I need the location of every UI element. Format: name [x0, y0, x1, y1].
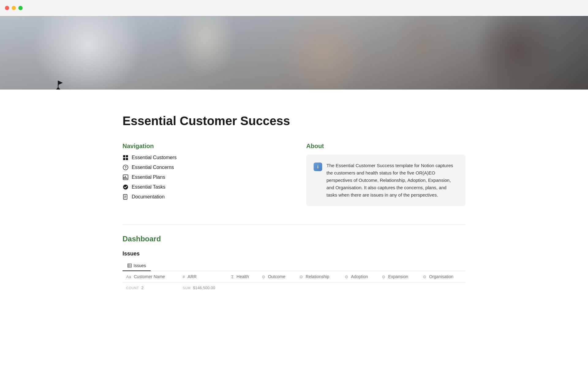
svg-text:?: ? — [125, 166, 126, 169]
navigation-section: Navigation Essential Customers — [123, 143, 282, 206]
nav-item-essential-tasks[interactable]: Essential Tasks — [123, 184, 282, 190]
logo-container — [43, 79, 74, 90]
main-content: Essential Customer Success Navigation — [80, 90, 508, 293]
minimize-button[interactable] — [12, 6, 16, 10]
issues-table: Aa Customer Name # ARR — [123, 271, 466, 293]
nav-label-documentation: Documentation — [132, 194, 165, 200]
nav-item-essential-concerns[interactable]: ? Essential Concerns — [123, 164, 282, 171]
circle-type-icon-2: ⊙ — [300, 274, 303, 279]
circle-type-icon-3: ⊙ — [345, 274, 348, 279]
col-health[interactable]: Σ Health — [228, 271, 258, 282]
circle-type-icon-4: ⊙ — [382, 274, 385, 279]
col-outcome[interactable]: ⊙ Outcome — [258, 271, 296, 282]
nav-label-essential-plans: Essential Plans — [132, 174, 165, 180]
hero-people-image — [0, 16, 588, 90]
question-icon: ? — [123, 164, 129, 171]
tab-issues[interactable]: Issues — [123, 261, 151, 271]
tab-bar: Issues — [123, 261, 466, 271]
page-title: Essential Customer Success — [123, 114, 466, 128]
check-circle-icon — [123, 184, 129, 190]
col-adoption[interactable]: ⊙ Adoption — [341, 271, 378, 282]
svg-rect-4 — [126, 155, 128, 157]
svg-marker-1 — [58, 81, 63, 85]
dashboard-section: Dashboard Issues Issues — [123, 224, 466, 293]
table-icon — [127, 263, 132, 268]
grid-icon — [123, 155, 129, 161]
col-organisation[interactable]: ⊙ Organisation — [419, 271, 466, 282]
text-type-icon: Aa — [126, 274, 131, 279]
col-arr[interactable]: # ARR — [179, 271, 228, 282]
about-section: About i The Essential Customer Success t… — [306, 143, 466, 206]
navigation-heading: Navigation — [123, 143, 282, 150]
nav-item-documentation[interactable]: Documentation — [123, 194, 282, 200]
count-value: 2 — [141, 286, 143, 290]
nav-item-essential-customers[interactable]: Essential Customers — [123, 155, 282, 161]
svg-rect-5 — [123, 158, 125, 160]
sum-type-icon: Σ — [231, 274, 234, 279]
doc-icon — [123, 194, 129, 200]
svg-rect-19 — [128, 264, 131, 267]
issues-container: Issues Issues — [123, 251, 466, 293]
circle-type-icon-5: ⊙ — [423, 274, 426, 279]
titlebar — [0, 0, 588, 16]
page-content: Essential Customer Success Navigation — [0, 16, 588, 293]
col-relationship[interactable]: ⊙ Relationship — [296, 271, 341, 282]
col-expansion[interactable]: ⊙ Expansion — [378, 271, 419, 282]
issues-title: Issues — [123, 251, 466, 257]
hero-bg-effect — [0, 16, 588, 90]
sum-label: SUM — [183, 286, 190, 290]
about-box: i The Essential Customer Success templat… — [306, 155, 466, 206]
nav-label-essential-concerns: Essential Concerns — [132, 165, 174, 170]
svg-point-14 — [123, 185, 128, 190]
svg-marker-2 — [44, 87, 72, 90]
hero-banner — [0, 16, 588, 90]
svg-rect-6 — [126, 158, 128, 160]
about-heading: About — [306, 143, 466, 150]
nav-label-essential-tasks: Essential Tasks — [132, 184, 165, 190]
svg-rect-3 — [123, 155, 125, 157]
chart-icon — [123, 174, 129, 180]
nav-item-essential-plans[interactable]: Essential Plans — [123, 174, 282, 180]
about-description: The Essential Customer Success template … — [326, 162, 458, 199]
number-type-icon: # — [183, 274, 185, 279]
col-customer-name[interactable]: Aa Customer Name — [123, 271, 179, 282]
navigation-list: Essential Customers ? Essential Concerns — [123, 155, 282, 200]
close-button[interactable] — [5, 6, 9, 10]
sum-value: $146,500.00 — [193, 286, 215, 290]
dashboard-heading: Dashboard — [123, 235, 466, 243]
mountain-logo-icon — [43, 79, 74, 90]
two-column-layout: Navigation Essential Customers — [123, 143, 466, 206]
maximize-button[interactable] — [18, 6, 23, 10]
tab-issues-label: Issues — [134, 263, 146, 268]
table-footer-row: COUNT 2 SUM $146,500.00 — [123, 282, 466, 293]
nav-label-essential-customers: Essential Customers — [132, 155, 177, 160]
circle-type-icon-1: ⊙ — [262, 274, 265, 279]
count-label: COUNT — [126, 286, 139, 290]
info-icon: i — [314, 163, 322, 171]
